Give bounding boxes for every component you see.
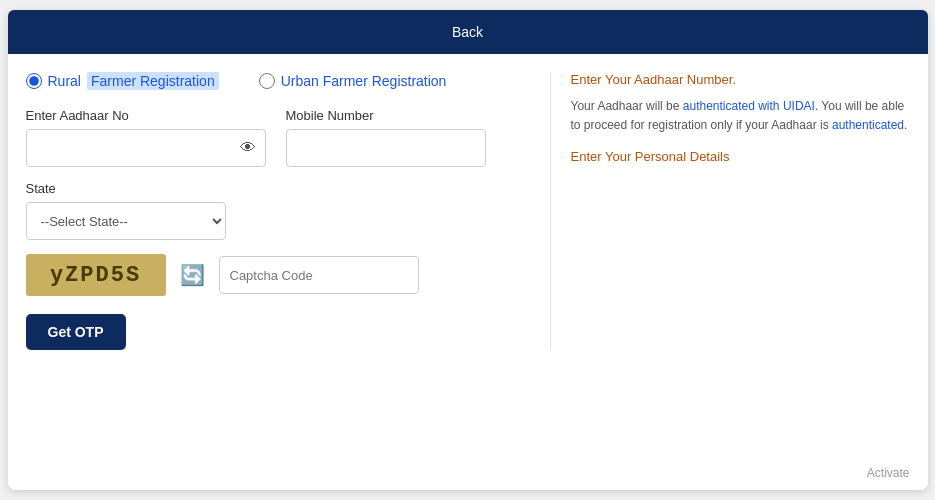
activate-watermark: Activate [867,466,910,480]
captcha-input[interactable] [219,256,419,294]
personal-details-link[interactable]: Enter Your Personal Details [571,149,910,164]
mobile-input[interactable] [286,129,486,167]
captcha-row: yZPD5S 🔄 [26,254,530,296]
aadhaar-input-wrapper: 👁 [26,129,266,167]
state-select[interactable]: --Select State-- [26,202,226,240]
aadhaar-desc-part1: Your Aadhaar will be [571,99,683,113]
urban-radio-option[interactable]: Urban Farmer Registration [259,73,447,89]
rural-radio-option[interactable]: Rural Farmer Registration [26,72,219,90]
rural-radio[interactable] [26,73,42,89]
aadhaar-description: Your Aadhaar will be authenticated with … [571,97,910,135]
aadhaar-desc-link2: authenticated [832,118,904,132]
aadhaar-group: Enter Aadhaar No 👁 [26,108,266,167]
aadhaar-mobile-row: Enter Aadhaar No 👁 Mobile Number [26,108,530,167]
mobile-label: Mobile Number [286,108,486,123]
urban-radio[interactable] [259,73,275,89]
back-button[interactable]: Back [8,10,928,54]
registration-type-row: Rural Farmer Registration Urban Farmer R… [26,72,530,90]
captcha-image: yZPD5S [26,254,166,296]
urban-registration-label: Urban Farmer Registration [281,73,447,89]
eye-icon[interactable]: 👁 [240,139,256,157]
get-otp-button[interactable]: Get OTP [26,314,126,350]
aadhaar-desc-link1: authenticated with UIDAI [683,99,815,113]
refresh-icon[interactable]: 🔄 [180,263,205,287]
aadhaar-title: Enter Your Aadhaar Number. [571,72,910,87]
mobile-group: Mobile Number [286,108,486,167]
state-group: State --Select State-- [26,181,530,240]
aadhaar-input[interactable] [26,129,266,167]
state-label: State [26,181,530,196]
aadhaar-label: Enter Aadhaar No [26,108,266,123]
aadhaar-desc-part3: . [904,118,907,132]
info-panel: Enter Your Aadhaar Number. Your Aadhaar … [550,72,910,350]
rural-label: Rural [48,73,81,89]
rural-registration-label: Farmer Registration [87,72,219,90]
